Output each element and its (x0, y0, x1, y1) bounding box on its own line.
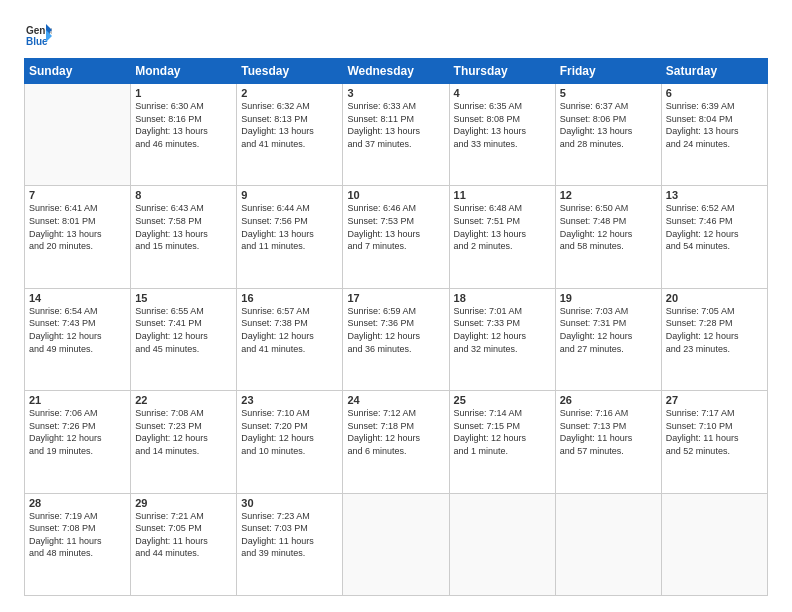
calendar-cell: 18Sunrise: 7:01 AMSunset: 7:33 PMDayligh… (449, 288, 555, 390)
calendar-cell: 21Sunrise: 7:06 AMSunset: 7:26 PMDayligh… (25, 391, 131, 493)
day-number: 12 (560, 189, 657, 201)
day-info: Sunrise: 7:21 AMSunset: 7:05 PMDaylight:… (135, 510, 232, 560)
day-number: 9 (241, 189, 338, 201)
calendar-cell: 6Sunrise: 6:39 AMSunset: 8:04 PMDaylight… (661, 84, 767, 186)
calendar-cell: 1Sunrise: 6:30 AMSunset: 8:16 PMDaylight… (131, 84, 237, 186)
day-number: 6 (666, 87, 763, 99)
calendar-cell: 16Sunrise: 6:57 AMSunset: 7:38 PMDayligh… (237, 288, 343, 390)
day-number: 8 (135, 189, 232, 201)
calendar-cell (449, 493, 555, 595)
day-number: 15 (135, 292, 232, 304)
logo-icon: General Blue (24, 20, 52, 48)
day-number: 22 (135, 394, 232, 406)
day-info: Sunrise: 7:01 AMSunset: 7:33 PMDaylight:… (454, 305, 551, 355)
day-info: Sunrise: 6:35 AMSunset: 8:08 PMDaylight:… (454, 100, 551, 150)
day-info: Sunrise: 6:44 AMSunset: 7:56 PMDaylight:… (241, 202, 338, 252)
day-number: 17 (347, 292, 444, 304)
day-info: Sunrise: 6:55 AMSunset: 7:41 PMDaylight:… (135, 305, 232, 355)
day-info: Sunrise: 7:14 AMSunset: 7:15 PMDaylight:… (454, 407, 551, 457)
day-info: Sunrise: 6:39 AMSunset: 8:04 PMDaylight:… (666, 100, 763, 150)
day-number: 7 (29, 189, 126, 201)
day-number: 1 (135, 87, 232, 99)
calendar-cell: 9Sunrise: 6:44 AMSunset: 7:56 PMDaylight… (237, 186, 343, 288)
week-row: 7Sunrise: 6:41 AMSunset: 8:01 PMDaylight… (25, 186, 768, 288)
day-number: 27 (666, 394, 763, 406)
day-info: Sunrise: 7:03 AMSunset: 7:31 PMDaylight:… (560, 305, 657, 355)
calendar-cell: 26Sunrise: 7:16 AMSunset: 7:13 PMDayligh… (555, 391, 661, 493)
calendar-cell: 10Sunrise: 6:46 AMSunset: 7:53 PMDayligh… (343, 186, 449, 288)
day-info: Sunrise: 6:41 AMSunset: 8:01 PMDaylight:… (29, 202, 126, 252)
day-info: Sunrise: 6:54 AMSunset: 7:43 PMDaylight:… (29, 305, 126, 355)
calendar-cell: 11Sunrise: 6:48 AMSunset: 7:51 PMDayligh… (449, 186, 555, 288)
calendar-cell: 20Sunrise: 7:05 AMSunset: 7:28 PMDayligh… (661, 288, 767, 390)
calendar-cell: 3Sunrise: 6:33 AMSunset: 8:11 PMDaylight… (343, 84, 449, 186)
calendar-cell: 28Sunrise: 7:19 AMSunset: 7:08 PMDayligh… (25, 493, 131, 595)
day-info: Sunrise: 7:19 AMSunset: 7:08 PMDaylight:… (29, 510, 126, 560)
week-row: 1Sunrise: 6:30 AMSunset: 8:16 PMDaylight… (25, 84, 768, 186)
calendar-header-row: SundayMondayTuesdayWednesdayThursdayFrid… (25, 59, 768, 84)
week-row: 28Sunrise: 7:19 AMSunset: 7:08 PMDayligh… (25, 493, 768, 595)
weekday-header: Wednesday (343, 59, 449, 84)
logo: General Blue (24, 20, 56, 48)
calendar-cell: 5Sunrise: 6:37 AMSunset: 8:06 PMDaylight… (555, 84, 661, 186)
weekday-header: Sunday (25, 59, 131, 84)
calendar-cell: 17Sunrise: 6:59 AMSunset: 7:36 PMDayligh… (343, 288, 449, 390)
day-number: 5 (560, 87, 657, 99)
calendar-cell: 24Sunrise: 7:12 AMSunset: 7:18 PMDayligh… (343, 391, 449, 493)
day-number: 14 (29, 292, 126, 304)
day-info: Sunrise: 6:30 AMSunset: 8:16 PMDaylight:… (135, 100, 232, 150)
calendar-cell: 30Sunrise: 7:23 AMSunset: 7:03 PMDayligh… (237, 493, 343, 595)
day-number: 26 (560, 394, 657, 406)
day-info: Sunrise: 6:48 AMSunset: 7:51 PMDaylight:… (454, 202, 551, 252)
weekday-header: Monday (131, 59, 237, 84)
calendar-cell (343, 493, 449, 595)
day-info: Sunrise: 6:57 AMSunset: 7:38 PMDaylight:… (241, 305, 338, 355)
calendar-table: SundayMondayTuesdayWednesdayThursdayFrid… (24, 58, 768, 596)
day-number: 21 (29, 394, 126, 406)
calendar-cell: 29Sunrise: 7:21 AMSunset: 7:05 PMDayligh… (131, 493, 237, 595)
svg-text:Blue: Blue (26, 36, 48, 47)
day-number: 29 (135, 497, 232, 509)
day-number: 18 (454, 292, 551, 304)
day-info: Sunrise: 6:32 AMSunset: 8:13 PMDaylight:… (241, 100, 338, 150)
calendar-cell: 23Sunrise: 7:10 AMSunset: 7:20 PMDayligh… (237, 391, 343, 493)
day-info: Sunrise: 7:06 AMSunset: 7:26 PMDaylight:… (29, 407, 126, 457)
calendar-cell (661, 493, 767, 595)
day-number: 20 (666, 292, 763, 304)
week-row: 21Sunrise: 7:06 AMSunset: 7:26 PMDayligh… (25, 391, 768, 493)
calendar-cell: 19Sunrise: 7:03 AMSunset: 7:31 PMDayligh… (555, 288, 661, 390)
day-number: 2 (241, 87, 338, 99)
day-number: 11 (454, 189, 551, 201)
calendar-cell: 2Sunrise: 6:32 AMSunset: 8:13 PMDaylight… (237, 84, 343, 186)
calendar-cell: 4Sunrise: 6:35 AMSunset: 8:08 PMDaylight… (449, 84, 555, 186)
page-header: General Blue (24, 20, 768, 48)
calendar-cell: 14Sunrise: 6:54 AMSunset: 7:43 PMDayligh… (25, 288, 131, 390)
day-number: 25 (454, 394, 551, 406)
day-info: Sunrise: 6:50 AMSunset: 7:48 PMDaylight:… (560, 202, 657, 252)
day-number: 19 (560, 292, 657, 304)
day-info: Sunrise: 6:46 AMSunset: 7:53 PMDaylight:… (347, 202, 444, 252)
day-number: 4 (454, 87, 551, 99)
day-info: Sunrise: 6:59 AMSunset: 7:36 PMDaylight:… (347, 305, 444, 355)
day-number: 16 (241, 292, 338, 304)
day-number: 28 (29, 497, 126, 509)
day-number: 24 (347, 394, 444, 406)
day-number: 13 (666, 189, 763, 201)
weekday-header: Thursday (449, 59, 555, 84)
day-info: Sunrise: 7:08 AMSunset: 7:23 PMDaylight:… (135, 407, 232, 457)
calendar-cell: 15Sunrise: 6:55 AMSunset: 7:41 PMDayligh… (131, 288, 237, 390)
calendar-cell: 25Sunrise: 7:14 AMSunset: 7:15 PMDayligh… (449, 391, 555, 493)
weekday-header: Saturday (661, 59, 767, 84)
weekday-header: Friday (555, 59, 661, 84)
day-info: Sunrise: 7:05 AMSunset: 7:28 PMDaylight:… (666, 305, 763, 355)
day-info: Sunrise: 7:17 AMSunset: 7:10 PMDaylight:… (666, 407, 763, 457)
day-info: Sunrise: 6:37 AMSunset: 8:06 PMDaylight:… (560, 100, 657, 150)
day-number: 10 (347, 189, 444, 201)
calendar-cell (555, 493, 661, 595)
day-info: Sunrise: 7:12 AMSunset: 7:18 PMDaylight:… (347, 407, 444, 457)
week-row: 14Sunrise: 6:54 AMSunset: 7:43 PMDayligh… (25, 288, 768, 390)
day-info: Sunrise: 7:10 AMSunset: 7:20 PMDaylight:… (241, 407, 338, 457)
day-info: Sunrise: 7:16 AMSunset: 7:13 PMDaylight:… (560, 407, 657, 457)
day-info: Sunrise: 6:43 AMSunset: 7:58 PMDaylight:… (135, 202, 232, 252)
day-info: Sunrise: 7:23 AMSunset: 7:03 PMDaylight:… (241, 510, 338, 560)
